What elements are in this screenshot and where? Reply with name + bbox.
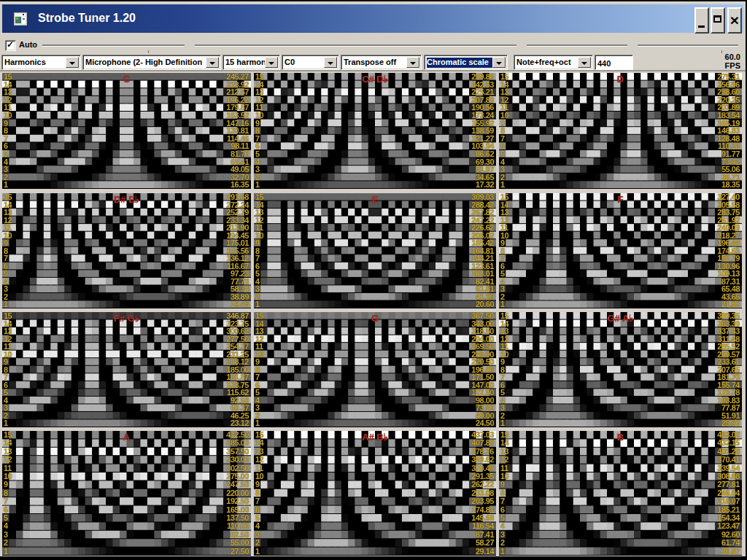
auto-checkbox-label: Auto	[19, 40, 37, 49]
note-label: A# B♭	[254, 432, 496, 443]
strobe-pattern	[254, 73, 496, 189]
close-icon: ×	[729, 10, 740, 31]
chevron-down-icon	[581, 62, 587, 65]
strobe-cell: 15 14 13 12 11 10 9 8 7 6 5 4 3 2 1259.8…	[254, 73, 496, 189]
dropdown-arrow-button[interactable]	[406, 57, 419, 68]
dropdown-arrow-button[interactable]	[492, 57, 506, 68]
fps-value: 60.0	[697, 52, 740, 61]
note-label: A	[2, 432, 251, 443]
strobe-pattern	[2, 431, 251, 556]
harmonic-number-column: 15 14 13 12 11 10 9 8 7 6 5 4 3 2 1	[4, 312, 12, 427]
maximize-button[interactable]	[711, 7, 725, 34]
harmonic-number-column: 15 14 13 12 11 10 9 8 7 6 5 4 3 2 1	[255, 431, 263, 556]
harmonic-frequency-column: 412.50 385.00 357.50 330.00 302.50 275.0…	[226, 431, 249, 556]
input-device-dropdown[interactable]: Microphone (2- High Definition	[82, 55, 221, 70]
scale-dropdown[interactable]: Chromatic scale	[424, 55, 508, 70]
strobe-pattern	[499, 73, 742, 189]
harmonic-frequency-column: 259.86 242.53 225.21 207.89 190.56 173.2…	[471, 73, 494, 189]
chevron-down-icon	[209, 62, 215, 65]
mode-dropdown-value: Harmonics	[4, 58, 67, 68]
harmonic-frequency-column: 291.68 272.24 252.79 233.34 213.90 194.4…	[226, 193, 249, 308]
left-slider-track[interactable]	[42, 44, 516, 47]
harmonic-number-column: 15 14 13 12 11 10 9 8 7 6 5 4 3 2 1	[255, 312, 263, 427]
screen: Strobe Tuner 1.20 × ✓ Auto Harmonics Mic	[0, 0, 747, 560]
harmonic-frequency-column: 463.02 432.15 401.28 370.41 339.54 308.6…	[717, 431, 740, 556]
harmonic-number-column: 15 14 13 12 11 10 9 8 7 6 5 4 3 2 1	[500, 73, 508, 189]
harmonic-number-column: 15 14 13 12 11 10 9 8 7 6 5 4 3 2 1	[255, 193, 263, 308]
strobe-cell: 15 14 13 12 11 10 9 8 7 6 5 4 3 2 1463.0…	[499, 431, 742, 556]
harmonic-frequency-column: 367.50 343.00 318.50 294.00 269.50 245.0…	[471, 312, 494, 427]
chevron-down-icon	[410, 62, 416, 65]
strobe-cell: 15 14 13 12 11 10 9 8 7 6 5 4 3 2 1437.0…	[254, 431, 496, 556]
note-label: E	[254, 194, 496, 205]
note-label: G	[254, 313, 496, 324]
dropdown-arrow-button[interactable]	[206, 57, 219, 68]
left-slider-thumb[interactable]	[185, 37, 195, 52]
strobe-pattern	[2, 312, 251, 427]
strobe-cell: 15 14 13 12 11 10 9 8 7 6 5 4 3 2 1245.2…	[2, 73, 251, 189]
strobe-pattern	[499, 312, 742, 427]
mode-dropdown[interactable]: Harmonics	[1, 55, 81, 70]
note-label: B	[499, 432, 742, 443]
harmonic-frequency-column: 309.03 288.42 267.82 247.22 226.62 206.0…	[471, 193, 494, 308]
strobe-cell: 15 14 13 12 11 10 9 8 7 6 5 4 3 2 1275.3…	[499, 73, 742, 189]
grid-top-divider	[0, 70, 746, 71]
harmonic-number-column: 15 14 13 12 11 10 9 8 7 6 5 4 3 2 1	[4, 431, 12, 556]
harmonics-count-dropdown-value: 15 harmonics	[225, 58, 266, 68]
note-label: C# D♭	[254, 74, 496, 85]
minimize-button[interactable]	[694, 7, 709, 34]
note-label: G# A♭	[499, 313, 742, 324]
strobe-pattern	[254, 431, 496, 556]
title-bar[interactable]: Strobe Tuner 1.20 ×	[2, 4, 743, 33]
strobe-pattern	[2, 73, 251, 189]
minimize-icon	[698, 26, 705, 28]
harmonic-frequency-column: 437.03 407.89 378.76 349.62 320.49 291.3…	[471, 431, 494, 556]
transpose-dropdown-value: Transpose off	[344, 58, 408, 68]
harmonics-count-dropdown[interactable]: 15 harmonics	[222, 55, 280, 70]
chevron-down-icon	[328, 62, 333, 65]
close-button[interactable]: ×	[727, 7, 742, 34]
app-window: Strobe Tuner 1.20 × ✓ Auto Harmonics Mic	[0, 1, 746, 556]
dropdown-arrow-button[interactable]	[578, 57, 591, 68]
maximize-icon	[713, 15, 721, 23]
note-label: D# E♭	[2, 194, 251, 205]
reference-frequency-input[interactable]	[595, 55, 633, 70]
harmonic-frequency-column: 389.35 363.39 337.43 311.48 285.52 259.5…	[717, 312, 740, 427]
harmonic-number-column: 15 14 13 12 11 10 9 8 7 6 5 4 3 2 1	[500, 312, 508, 427]
strobe-cell: 15 14 13 12 11 10 9 8 7 6 5 4 3 2 1367.5…	[254, 312, 496, 427]
right-slider-thumb[interactable]	[627, 37, 638, 52]
scale-dropdown-value: Chromatic scale	[427, 58, 494, 68]
harmonic-number-column: 15 14 13 12 11 10 9 8 7 6 5 4 3 2 1	[4, 193, 12, 308]
fps-readout: 60.0 FPS	[697, 52, 740, 70]
transpose-dropdown[interactable]: Transpose off	[341, 55, 422, 70]
dropdown-arrow-button[interactable]	[265, 57, 278, 68]
slider-tick	[148, 50, 149, 53]
auto-checkbox[interactable]: ✓	[5, 40, 16, 51]
chevron-down-icon	[69, 62, 75, 65]
app-icon[interactable]	[14, 12, 27, 26]
strobe-pattern	[499, 193, 742, 308]
note-label: F# G♭	[2, 313, 251, 324]
chevron-down-icon	[268, 62, 274, 65]
check-icon: ✓	[7, 39, 14, 50]
harmonic-number-column: 15 14 13 12 11 10 9 8 7 6 5 4 3 2 1	[4, 73, 12, 189]
harmonic-frequency-column: 245.27 228.92 212.57 196.22 179.87 163.5…	[226, 73, 249, 189]
note-label: D	[499, 74, 742, 85]
display-mode-dropdown[interactable]: Note+freq+oct	[514, 55, 593, 70]
input-device-dropdown-value: Microphone (2- High Definition	[85, 58, 207, 68]
strobe-cell: 15 14 13 12 11 10 9 8 7 6 5 4 3 2 1309.0…	[254, 193, 496, 308]
dropdown-arrow-button[interactable]	[66, 57, 79, 68]
dropdown-arrow-button[interactable]	[324, 57, 337, 68]
harmonic-number-column: 15 14 13 12 11 10 9 8 7 6 5 4 3 2 1	[500, 431, 508, 556]
strobe-cell: 15 14 13 12 11 10 9 8 7 6 5 4 3 2 1346.8…	[2, 312, 251, 427]
harmonic-frequency-column: 327.40 305.58 283.75 261.92 240.09 218.2…	[717, 193, 740, 308]
strobe-pattern	[254, 193, 496, 308]
strobe-cell: 15 14 13 12 11 10 9 8 7 6 5 4 3 2 1291.6…	[2, 193, 251, 308]
strobe-pattern	[2, 193, 251, 308]
strobe-cell: 15 14 13 12 11 10 9 8 7 6 5 4 3 2 1327.4…	[499, 193, 742, 308]
chevron-down-icon	[496, 62, 502, 65]
window-title: Strobe Tuner 1.20	[38, 12, 136, 25]
harmonic-frequency-column: 275.31 256.96 238.60 220.25 201.89 183.5…	[717, 73, 740, 189]
base-note-dropdown[interactable]: C0	[282, 55, 339, 70]
harmonic-number-column: 15 14 13 12 11 10 9 8 7 6 5 4 3 2 1	[255, 73, 263, 189]
